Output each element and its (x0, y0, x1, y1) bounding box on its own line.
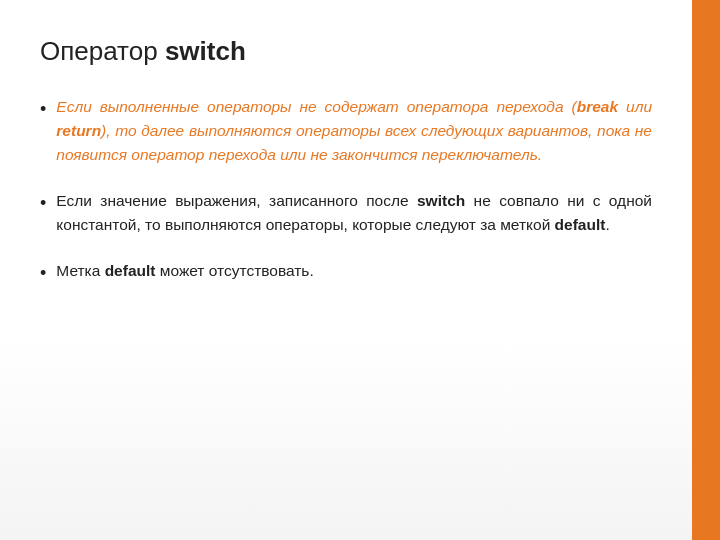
bullet1-part3: ), то далее выполняются операторы всех с… (56, 122, 652, 163)
main-content: Оператор switch • Если выполненные опера… (0, 0, 692, 540)
bullet-text-1: Если выполненные операторы не содержат о… (56, 95, 652, 167)
bullet-text-3: Метка default может отсутствовать. (56, 259, 652, 283)
bullet1-part2: или (618, 98, 652, 115)
bullet-text-2: Если значение выражения, записанного пос… (56, 189, 652, 237)
bullet2-switch: switch (417, 192, 465, 209)
bullet2-part3: . (605, 216, 609, 233)
bullet1-break: break (577, 98, 618, 115)
bullet1-part1: Если выполненные операторы не содержат о… (56, 98, 576, 115)
bullet-item-3: • Метка default может отсутствовать. (40, 259, 652, 288)
title-keyword: switch (165, 36, 246, 66)
bullet-dot-1: • (40, 96, 46, 124)
bullet3-default: default (105, 262, 156, 279)
bullet2-part1: Если значение выражения, записанного пос… (56, 192, 417, 209)
bullet-item-1: • Если выполненные операторы не содержат… (40, 95, 652, 167)
bullet2-default: default (555, 216, 606, 233)
bullet1-return: return (56, 122, 101, 139)
title-prefix: Оператор (40, 36, 165, 66)
bullet3-part1: Метка (56, 262, 104, 279)
bullet-dot-2: • (40, 190, 46, 218)
bullet3-part2: может отсутствовать. (155, 262, 313, 279)
slide-title: Оператор switch (40, 36, 652, 67)
orange-accent-bar (692, 0, 720, 540)
bullet-list: • Если выполненные операторы не содержат… (40, 95, 652, 288)
bullet-item-2: • Если значение выражения, записанного п… (40, 189, 652, 237)
slide-container: Оператор switch • Если выполненные опера… (0, 0, 720, 540)
bullet-dot-3: • (40, 260, 46, 288)
